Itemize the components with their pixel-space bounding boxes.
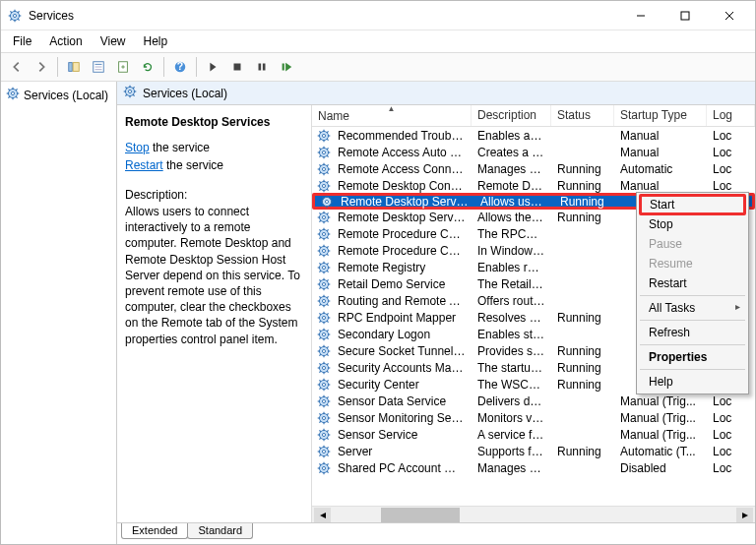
- cell-description: Delivers dat...: [472, 394, 551, 408]
- menu-item-stop[interactable]: Stop: [639, 214, 746, 234]
- cell-logon: Loc: [707, 461, 755, 475]
- menu-separator: [640, 344, 745, 345]
- cell-status: Running: [551, 344, 614, 358]
- cell-name: Secondary Logon: [332, 328, 472, 341]
- service-gear-icon: [316, 327, 332, 342]
- cell-startup: Manual (Trig...: [614, 394, 707, 408]
- cell-description: Enables aut...: [472, 129, 551, 143]
- table-row[interactable]: Sensor Monitoring ServiceMonitors va...M…: [312, 409, 755, 426]
- menu-item-properties[interactable]: Properties: [639, 347, 746, 367]
- toolbar-separator: [196, 57, 197, 77]
- column-logon[interactable]: Log: [707, 105, 755, 126]
- description-label: Description:: [125, 188, 303, 202]
- table-row[interactable]: Sensor ServiceA service fo...Manual (Tri…: [312, 426, 755, 443]
- service-gear-icon: [316, 161, 332, 177]
- play-button[interactable]: [201, 55, 224, 79]
- menu-view[interactable]: View: [93, 32, 134, 50]
- svg-rect-25: [263, 64, 266, 71]
- minimize-button[interactable]: [618, 2, 662, 30]
- cell-name: Server: [332, 445, 472, 458]
- cell-description: Resolves RP...: [472, 311, 551, 325]
- forward-button[interactable]: [30, 55, 53, 79]
- cell-name: Recommended Troublesho...: [332, 129, 472, 143]
- cell-name: Remote Desktop Services: [335, 195, 474, 209]
- service-gear-icon: [316, 226, 332, 242]
- svg-rect-23: [234, 64, 241, 71]
- column-description[interactable]: Description: [472, 105, 551, 126]
- table-row[interactable]: Recommended Troublesho...Enables aut...M…: [312, 127, 755, 144]
- service-gear-icon: [316, 260, 332, 275]
- service-gear-icon: [316, 377, 332, 393]
- cell-name: Remote Access Auto Conne...: [332, 146, 472, 159]
- cell-description: The Retail D...: [472, 277, 551, 291]
- menu-item-help[interactable]: Help: [639, 372, 746, 392]
- pause-button[interactable]: [250, 55, 274, 79]
- export-button[interactable]: [111, 55, 135, 79]
- scroll-thumb[interactable]: [381, 508, 460, 522]
- properties-button[interactable]: [87, 55, 110, 79]
- cell-startup: Manual (Trig...: [614, 411, 707, 425]
- cell-status: Running: [551, 311, 614, 325]
- stop-service-link[interactable]: Stop: [125, 141, 150, 154]
- service-gear-icon: [316, 128, 332, 144]
- info-pane: Remote Desktop Services Stop the service…: [117, 105, 312, 522]
- stop-button[interactable]: [225, 55, 249, 79]
- service-gear-icon: [319, 194, 335, 210]
- scroll-right-arrow[interactable]: ▸: [736, 508, 753, 522]
- horizontal-scrollbar[interactable]: ◂ ▸: [312, 506, 755, 522]
- table-row[interactable]: Remote Access Auto Conne...Creates a co.…: [312, 144, 755, 160]
- cell-name: Sensor Monitoring Service: [332, 411, 472, 425]
- help-button[interactable]: ?: [168, 55, 192, 79]
- cell-logon: Loc: [707, 129, 755, 143]
- close-button[interactable]: [707, 2, 751, 30]
- list-header-title: Services (Local): [143, 87, 227, 100]
- cell-startup: Automatic: [614, 162, 707, 176]
- table-row[interactable]: Sensor Data ServiceDelivers dat...Manual…: [312, 393, 755, 409]
- tab-extended[interactable]: Extended: [121, 523, 188, 539]
- menu-item-restart[interactable]: Restart: [639, 273, 746, 293]
- cell-name: Sensor Data Service: [332, 394, 472, 408]
- service-gear-icon: [316, 410, 332, 426]
- menu-item-refresh[interactable]: Refresh: [639, 323, 746, 342]
- cell-name: Remote Procedure Call (RP...: [332, 244, 472, 258]
- table-row[interactable]: Shared PC Account ManagerManages pr...Di…: [312, 459, 755, 476]
- table-row[interactable]: ServerSupports fil...RunningAutomatic (T…: [312, 443, 755, 459]
- menu-file[interactable]: File: [5, 32, 39, 50]
- column-status[interactable]: Status: [551, 105, 614, 126]
- restart-suffix: the service: [163, 158, 223, 172]
- toolbar: ?: [1, 52, 755, 82]
- cell-name: Remote Registry: [332, 261, 472, 274]
- cell-description: Enables star...: [472, 328, 551, 341]
- scroll-track[interactable]: [332, 508, 735, 522]
- cell-startup: Manual: [614, 179, 707, 193]
- cell-logon: Loc: [707, 162, 755, 176]
- column-startup[interactable]: Startup Type: [614, 105, 707, 126]
- table-row[interactable]: Remote Access Connection...Manages di...…: [312, 160, 755, 177]
- cell-startup: Disabled: [614, 461, 707, 475]
- cell-name: Security Center: [332, 378, 472, 392]
- cell-name: Remote Access Connection...: [332, 162, 472, 176]
- menu-item-start[interactable]: Start: [639, 194, 746, 215]
- menu-action[interactable]: Action: [41, 32, 90, 50]
- menu-item-all-tasks[interactable]: All Tasks: [639, 298, 746, 318]
- cell-description: In Windows...: [472, 244, 551, 258]
- maximize-button[interactable]: [662, 2, 707, 30]
- refresh-button[interactable]: [136, 55, 159, 79]
- gear-icon: [123, 85, 137, 101]
- tab-standard[interactable]: Standard: [187, 523, 253, 539]
- restart-button[interactable]: [275, 55, 298, 79]
- tree-item-label: Services (Local): [24, 89, 108, 102]
- column-name[interactable]: Name▲: [312, 105, 472, 126]
- back-button[interactable]: [5, 55, 29, 79]
- tree-services-local[interactable]: Services (Local): [3, 85, 114, 105]
- svg-rect-11: [681, 12, 689, 20]
- cell-description: Enables rem...: [472, 261, 551, 274]
- cell-name: Sensor Service: [332, 428, 472, 442]
- cell-name: Remote Desktop Configurat...: [332, 179, 472, 193]
- show-hide-tree-button[interactable]: [62, 55, 86, 79]
- restart-service-link[interactable]: Restart: [125, 158, 163, 172]
- service-gear-icon: [316, 145, 332, 160]
- menubar: File Action View Help: [1, 30, 755, 52]
- menu-help[interactable]: Help: [136, 32, 176, 50]
- scroll-left-arrow[interactable]: ◂: [314, 508, 331, 522]
